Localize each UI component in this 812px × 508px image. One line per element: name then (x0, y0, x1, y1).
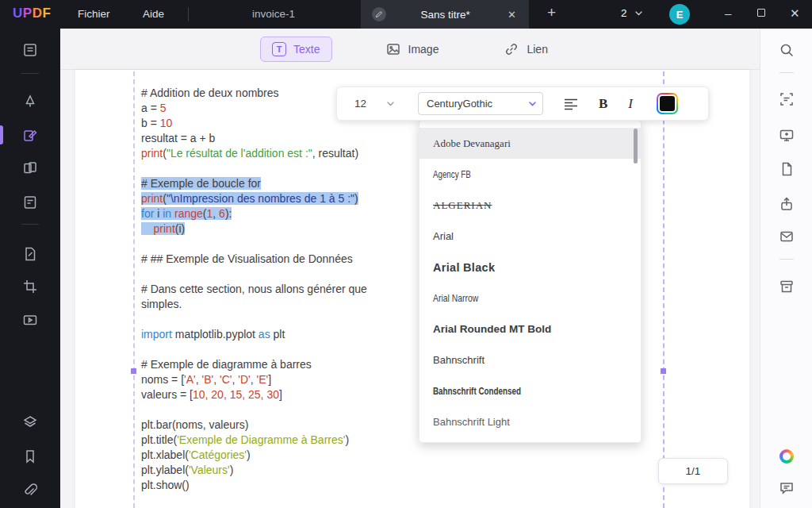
font-option[interactable]: Arial Black (419, 252, 641, 283)
bold-button[interactable]: B (599, 96, 607, 112)
rainbow-logo-icon (779, 449, 794, 464)
font-option[interactable]: Arial Narrow (419, 283, 641, 314)
minimize-button[interactable]: – (720, 6, 736, 20)
tab-active-label: Sans titre* (386, 9, 504, 21)
link-icon (504, 41, 519, 57)
left-sidebar (0, 29, 60, 508)
code-line: # Addition de deux nombres (141, 86, 367, 101)
font-option[interactable]: Bahnschrift Condensed (419, 375, 641, 406)
font-list: Adobe DevanagariAgency FBALGERIANArialAr… (419, 128, 641, 437)
code-line: plt.xlabel('Catégories') (141, 448, 367, 463)
menu-fichier[interactable]: Fichier (78, 8, 110, 20)
updf-app-window: UPDF Fichier Aide invoice-1 Sans titre* … (0, 0, 812, 508)
tab-close-icon[interactable]: ✕ (504, 7, 519, 22)
export-page-icon[interactable] (773, 156, 800, 183)
font-size-select[interactable]: 12 (351, 92, 397, 115)
bookmark-icon[interactable] (17, 443, 44, 470)
font-family-select[interactable]: CenturyGothic (418, 92, 543, 115)
tab-count[interactable]: 2 (621, 7, 627, 19)
font-option[interactable]: Arial Rounded MT Bold (419, 314, 641, 344)
font-family-value: CenturyGothic (427, 98, 492, 110)
code-line: # Dans cette section, nous allons génére… (141, 282, 367, 297)
crop-icon[interactable] (17, 273, 44, 300)
page-indicator[interactable]: 1/1 (658, 458, 728, 484)
font-option[interactable]: ALGERIAN (419, 190, 641, 221)
code-line (141, 342, 367, 357)
code-line: simples. (141, 297, 367, 312)
pages-icon[interactable] (17, 155, 44, 182)
code-line: for i in range(1, 6): (141, 206, 367, 221)
slideshow-icon[interactable] (17, 307, 44, 334)
dropdown-scrollbar[interactable] (634, 129, 638, 164)
font-color-swatch[interactable] (657, 93, 678, 114)
tab-invoice[interactable]: invoice-1 (226, 8, 321, 20)
font-option[interactable]: Bahnschrift (419, 344, 641, 375)
right-sidebar (760, 29, 812, 508)
search-icon[interactable] (773, 37, 800, 64)
archive-icon[interactable] (773, 273, 800, 300)
font-size-value: 12 (354, 98, 366, 110)
layers-icon[interactable] (17, 409, 44, 436)
updf-ai-icon[interactable] (773, 443, 800, 470)
textbox-right-border (663, 71, 665, 508)
code-line: plt.show() (141, 478, 367, 493)
menu-aide[interactable]: Aide (143, 8, 164, 20)
font-option[interactable]: Bahnschrift Light (419, 406, 641, 437)
share-icon[interactable] (773, 190, 800, 217)
code-line: # Exemple de boucle for (141, 176, 367, 191)
new-tab-button[interactable]: + (542, 4, 561, 21)
annotate-icon[interactable] (17, 88, 44, 115)
titlebar: UPDF Fichier Aide invoice-1 Sans titre* … (0, 0, 812, 29)
code-line (141, 312, 367, 327)
attachment-icon[interactable] (17, 476, 44, 503)
document-edit-icon (372, 7, 386, 21)
feedback-icon[interactable] (773, 475, 800, 502)
text-icon: T (272, 42, 286, 56)
font-option[interactable]: Arial (419, 221, 641, 252)
font-option[interactable]: Adobe Devanagari (419, 128, 641, 159)
font-dropdown: Adobe DevanagariAgency FBALGERIANArialAr… (419, 120, 642, 443)
code-line: plt.title('Exemple de Diagramme à Barres… (141, 433, 367, 448)
chevron-down-icon[interactable] (635, 11, 642, 16)
code-line: plt.ylabel('Valeurs') (141, 463, 367, 478)
chevron-down-icon (529, 102, 536, 106)
edit-toolbar: T Texte Image Lien (60, 29, 760, 70)
avatar[interactable]: E (669, 4, 690, 25)
forms-icon[interactable] (17, 189, 44, 216)
sidebar-divider (21, 73, 39, 74)
sidebar-divider (21, 224, 39, 225)
italic-button[interactable]: I (628, 96, 633, 112)
code-line: print("Le résultat de l'addition est :",… (141, 146, 367, 161)
lien-button[interactable]: Lien (492, 36, 559, 63)
logo-letter: U (13, 6, 23, 21)
texte-button[interactable]: T Texte (260, 37, 331, 62)
code-line (141, 237, 367, 252)
maximize-button[interactable] (753, 9, 770, 17)
sidebar-divider (779, 259, 794, 260)
screen-add-icon[interactable] (773, 121, 800, 148)
logo-letter: P (23, 6, 33, 21)
logo-letter: D (33, 6, 43, 21)
font-option[interactable]: Agency FB (419, 159, 641, 190)
document-page[interactable]: # Addition de deux nombresa = 5b = 10res… (75, 70, 749, 508)
code-block: # Addition de deux nombresa = 5b = 10res… (141, 86, 367, 493)
code-line: valeurs = [10, 20, 15, 25, 30] (141, 387, 367, 402)
code-line: b = 10 (141, 116, 367, 131)
code-line: a = 5 (141, 101, 367, 116)
sign-icon[interactable] (17, 241, 44, 267)
textbox-left-handle[interactable] (131, 368, 136, 374)
thumbnails-icon[interactable] (17, 37, 44, 64)
logo-letter: F (42, 6, 51, 21)
image-label: Image (408, 43, 439, 56)
image-button[interactable]: Image (373, 36, 451, 63)
ocr-icon[interactable] (773, 86, 800, 113)
tab-sans-titre[interactable]: Sans titre* ✕ (361, 0, 529, 29)
texte-label: Texte (293, 43, 320, 56)
mail-icon[interactable] (773, 223, 800, 250)
edit-icon[interactable] (17, 121, 44, 148)
code-line: resultat = a + b (141, 131, 367, 146)
close-button[interactable]: ✕ (785, 6, 805, 21)
alignment-icon[interactable] (564, 98, 578, 110)
code-line: noms = ['A', 'B', 'C', 'D', 'E'] (141, 372, 367, 387)
textbox-right-handle[interactable] (661, 368, 666, 374)
